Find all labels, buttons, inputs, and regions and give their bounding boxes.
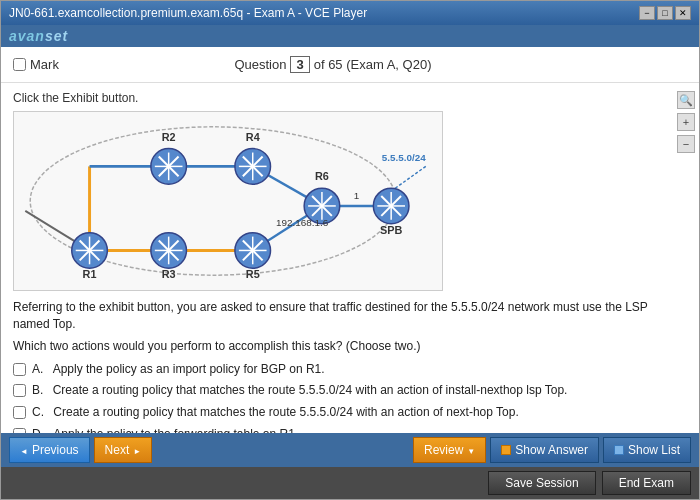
- show-answer-button[interactable]: Show Answer: [490, 437, 599, 463]
- exhibit-instruction: Click the Exhibit button.: [13, 91, 687, 105]
- main-window: JN0-661.examcollection.premium.exam.65q …: [0, 0, 700, 500]
- option-d-text: Apply the policy to the forwarding table…: [53, 426, 298, 433]
- option-b-text: Create a routing policy that matches the…: [53, 382, 568, 399]
- title-bar: JN0-661.examcollection.premium.exam.65q …: [1, 1, 699, 25]
- svg-text:1: 1: [354, 190, 360, 201]
- option-b-label: B.: [32, 382, 47, 399]
- question-label: Question: [234, 57, 286, 72]
- close-button[interactable]: ✕: [675, 6, 691, 20]
- menu-bar: avanset: [1, 25, 699, 47]
- footer-bar: Save Session End Exam: [1, 467, 699, 499]
- app-logo: avanset: [9, 28, 68, 44]
- checkbox-b[interactable]: [13, 384, 26, 397]
- option-a-text: Apply the policy as an import policy for…: [53, 361, 325, 378]
- question-exam: (Exam A, Q20): [346, 57, 431, 72]
- question-number: 3: [290, 56, 310, 73]
- svg-text:R5: R5: [246, 268, 260, 280]
- router-r3: R3: [151, 233, 187, 280]
- svg-text:5.5.5.0/24: 5.5.5.0/24: [382, 152, 426, 163]
- checkbox-a[interactable]: [13, 363, 26, 376]
- checkbox-d[interactable]: [13, 428, 26, 433]
- show-list-indicator: [614, 445, 624, 455]
- router-r5: R5: [235, 233, 271, 280]
- content-scroll[interactable]: Click the Exhibit button.: [1, 83, 699, 433]
- show-list-button[interactable]: Show List: [603, 437, 691, 463]
- previous-button[interactable]: Previous: [9, 437, 90, 463]
- option-c-text: Create a routing policy that matches the…: [53, 404, 518, 421]
- plus-icon-btn[interactable]: +: [677, 113, 695, 131]
- svg-text:R3: R3: [162, 268, 176, 280]
- option-d: D. Apply the policy to the forwarding ta…: [13, 426, 687, 433]
- next-button[interactable]: Next: [94, 437, 153, 463]
- svg-text:R2: R2: [162, 131, 176, 143]
- show-list-label: Show List: [628, 443, 680, 457]
- show-answer-label: Show Answer: [515, 443, 588, 457]
- bottom-nav: Previous Next Review Show Answer Show Li…: [1, 433, 699, 467]
- network-svg: R1 R2: [14, 112, 442, 290]
- minimize-button[interactable]: −: [639, 6, 655, 20]
- logo-part-b: set: [45, 28, 68, 44]
- sidebar-icons: 🔍 + −: [677, 91, 695, 153]
- review-label: Review: [424, 443, 463, 457]
- main-content: Click the Exhibit button.: [1, 83, 699, 433]
- logo-part-a: avan: [9, 28, 45, 44]
- question-text: Referring to the exhibit button, you are…: [13, 299, 687, 333]
- option-c-label: C.: [32, 404, 47, 421]
- review-button[interactable]: Review: [413, 437, 486, 463]
- svg-text:R1: R1: [83, 268, 97, 280]
- choose-text: Which two actions would you perform to a…: [13, 339, 687, 353]
- network-diagram: R1 R2: [13, 111, 443, 291]
- window-controls: − □ ✕: [639, 6, 691, 20]
- search-icon-btn[interactable]: 🔍: [677, 91, 695, 109]
- mark-checkbox[interactable]: [13, 58, 26, 71]
- minus-icon-btn[interactable]: −: [677, 135, 695, 153]
- next-arrow-icon: [133, 443, 141, 457]
- router-spb: SPB: [373, 188, 409, 235]
- next-label: Next: [105, 443, 130, 457]
- question-total: of 65: [314, 57, 343, 72]
- question-number-area: Question 3 of 65 (Exam A, Q20): [234, 56, 431, 73]
- maximize-button[interactable]: □: [657, 6, 673, 20]
- svg-text:R6: R6: [315, 170, 329, 182]
- router-r1: R1: [72, 233, 108, 280]
- option-d-label: D.: [32, 426, 47, 433]
- svg-line-10: [391, 166, 426, 191]
- mark-label: Mark: [30, 57, 59, 72]
- previous-label: Previous: [32, 443, 79, 457]
- option-a-label: A.: [32, 361, 47, 378]
- svg-text:192.168.1.6: 192.168.1.6: [276, 217, 329, 228]
- prev-arrow-icon: [20, 443, 28, 457]
- router-r4: R4: [235, 131, 271, 185]
- svg-text:SPB: SPB: [380, 224, 402, 236]
- mark-area[interactable]: Mark: [13, 57, 59, 72]
- svg-text:R4: R4: [246, 131, 260, 143]
- option-b: B. Create a routing policy that matches …: [13, 382, 687, 399]
- checkbox-c[interactable]: [13, 406, 26, 419]
- router-r6: R6: [304, 170, 340, 224]
- review-arrow-icon: [467, 443, 475, 457]
- option-a: A. Apply the policy as an import policy …: [13, 361, 687, 378]
- end-exam-button[interactable]: End Exam: [602, 471, 691, 495]
- show-answer-indicator: [501, 445, 511, 455]
- router-r2: R2: [151, 131, 187, 185]
- option-c: C. Create a routing policy that matches …: [13, 404, 687, 421]
- window-title: JN0-661.examcollection.premium.exam.65q …: [9, 6, 367, 20]
- question-header: Mark Question 3 of 65 (Exam A, Q20): [1, 47, 699, 83]
- save-session-button[interactable]: Save Session: [488, 471, 595, 495]
